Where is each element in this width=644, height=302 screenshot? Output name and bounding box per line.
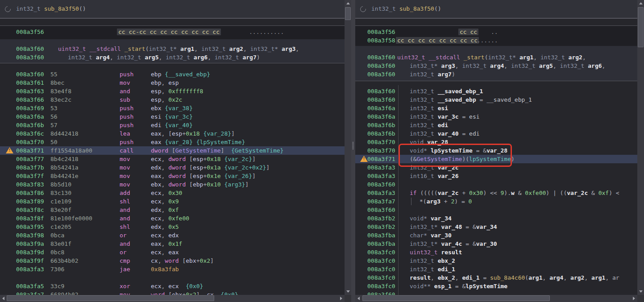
address: 008a3f7f bbox=[16, 172, 44, 180]
scrollbar-thumb[interactable] bbox=[345, 7, 351, 20]
left-vertical-scrollbar[interactable] bbox=[345, 0, 351, 295]
hex-row[interactable]: 008a3f56cc cc-cc cc cc cc cc cc cc cc...… bbox=[0, 28, 345, 36]
code-text: int32_t var_3c = esi bbox=[410, 112, 480, 121]
code-row[interactable]: 008a3f60 bbox=[355, 180, 637, 189]
operands: edi {var_40} bbox=[151, 121, 193, 129]
scroll-up-button[interactable] bbox=[637, 0, 644, 7]
disasm-row[interactable]: 008a3f71ff1554a18a00calldword [GetSystem… bbox=[0, 146, 345, 155]
signature-line[interactable]: 008a3f60int32_t* arg3, int32_t arg4, int… bbox=[355, 62, 637, 70]
scroll-right-button[interactable] bbox=[338, 295, 345, 302]
disasm-row[interactable]: 008a3fa533c9xorecx, ecx {0x0} bbox=[0, 282, 345, 290]
address: 008a3f8c bbox=[16, 206, 44, 214]
address: 008a3f60 bbox=[367, 206, 395, 214]
code-row[interactable]: 008a3f60 bbox=[355, 206, 637, 214]
scroll-up-button[interactable] bbox=[345, 0, 351, 7]
disasm-row[interactable]: 008a3f6a56pushesi {var_3c} bbox=[0, 112, 345, 121]
disasm-row[interactable]: 008a3f838b5d10movebx, dword [ebp+0x10 {a… bbox=[0, 180, 345, 189]
disasm-row[interactable]: 008a3f9a83e01fandeax, 0x1f bbox=[0, 240, 345, 248]
disasm-row[interactable]: 008a3f778b4c2418movecx, dword [esp+0x18 … bbox=[0, 155, 345, 163]
disasm-row[interactable]: 008a3f6953pushebx {var_38} bbox=[0, 104, 345, 112]
signature-line[interactable]: 008a3f60int32_t arg7) bbox=[355, 70, 637, 79]
right-vertical-scrollbar[interactable] bbox=[637, 0, 644, 295]
code-row[interactable]: 008a3fc0int32_t edi_1 bbox=[355, 265, 637, 273]
disasm-row[interactable]: 008a3fa37306jae0x8a3fab bbox=[0, 265, 345, 273]
scrollbar-thumb[interactable] bbox=[7, 295, 214, 301]
address: 008a3f69 bbox=[16, 104, 44, 112]
code-row[interactable]: 008a3fa3int16_t var_26 bbox=[355, 172, 637, 180]
disasm-row[interactable]: 008a3f8683c130addecx, 0x30 bbox=[0, 189, 345, 197]
disasm-row[interactable]: 008a3f980bcaorecx, edx bbox=[0, 231, 345, 240]
left-horizontal-scrollbar[interactable] bbox=[0, 295, 345, 302]
address: 008a3fa3 bbox=[367, 172, 395, 180]
refresh-icon[interactable] bbox=[4, 5, 12, 13]
code-row[interactable]: 008a3f6aint32_t esi bbox=[355, 104, 637, 112]
code-row[interactable]: 008a3fbachar* var_30 bbox=[355, 231, 637, 240]
code-row[interactable]: 008a3fbaint32_t* var_4c = &var_30 bbox=[355, 240, 637, 248]
disasm-row[interactable]: 008a3f6055pushebp {__saved_ebp} bbox=[0, 70, 345, 79]
code-row[interactable]: 008a3f70void* lpSystemTime = &var_28 bbox=[355, 146, 637, 155]
disasm-row[interactable]: 008a3f6c8d442418leaeax, [esp+0x18 {var_2… bbox=[0, 129, 345, 138]
disasm-row[interactable]: 008a3f7f8b44241emoveax, dword [esp+0x1e … bbox=[0, 172, 345, 180]
signature-line[interactable]: 008a3f60int32_t arg4, int32_t arg5, int3… bbox=[0, 53, 345, 62]
pane-splitter[interactable] bbox=[351, 0, 355, 302]
address: 008a3fa3 bbox=[367, 163, 395, 172]
code-row[interactable]: 008a3f6bint32_t edi bbox=[355, 121, 637, 129]
disasm-row[interactable]: 008a3f6383e4f8andesp, 0xfffffff8 bbox=[0, 87, 345, 95]
disasm-row[interactable]: 008a3f7050pusheax {var_28} {lpSystemTime… bbox=[0, 138, 345, 146]
scroll-left-button[interactable] bbox=[355, 295, 362, 302]
code-row[interactable]: 008a3fa3int32_t var_2c bbox=[355, 163, 637, 172]
address: 008a3f66 bbox=[16, 95, 44, 104]
ascii-preview: .. bbox=[491, 28, 498, 36]
refresh-icon[interactable] bbox=[359, 5, 367, 13]
code-row[interactable]: 008a3f70void var_28 bbox=[355, 138, 637, 146]
hex-row[interactable]: 008a3f56cc cc.. bbox=[355, 28, 637, 36]
code-text: *(arg3 + 2) = 0 bbox=[420, 197, 472, 206]
code-row[interactable]: 008a3fa7*(arg3 + 2) = 0 bbox=[355, 197, 637, 206]
address: 008a3f60 bbox=[16, 53, 44, 62]
hex-row[interactable]: 008a3f58cc cc cc cc cc cc cc cc........ bbox=[355, 36, 637, 45]
scrollbar-thumb[interactable] bbox=[362, 295, 550, 301]
scrollbar-thumb[interactable] bbox=[638, 7, 644, 47]
operands: ecx, 0x30 bbox=[151, 189, 182, 197]
code-row[interactable]: 008a3fc0result, ebx_2, edi_1 = sub_8a4c6… bbox=[355, 273, 637, 282]
disasm-row[interactable]: 008a3f618becmovebp, esp bbox=[0, 79, 345, 87]
code-row[interactable]: 008a3fc0int32_t ebx_2 bbox=[355, 256, 637, 265]
operands: ecx, 0x9 bbox=[151, 197, 179, 206]
right-horizontal-scrollbar[interactable] bbox=[355, 295, 637, 302]
code-row[interactable]: 008a3fb2int32_t* var_48 = &var_34 bbox=[355, 223, 637, 231]
disasm-row[interactable]: 008a3f95c1e205shledx, 0x5 bbox=[0, 223, 345, 231]
signature-text: int32_t arg7) bbox=[410, 70, 455, 79]
code-row[interactable]: 008a3f6bint32_t var_40 = edi bbox=[355, 129, 637, 138]
code-text: if (((((var_2c + 0x30) << 9).w & 0xfe00)… bbox=[410, 189, 619, 197]
scroll-down-button[interactable] bbox=[345, 288, 351, 295]
disasm-row[interactable]: 008a3f8f81e100fe0000andecx, 0xfe00 bbox=[0, 214, 345, 223]
disasm-row[interactable]: 008a3f89c1e109shlecx, 0x9 bbox=[0, 197, 345, 206]
signature-line[interactable]: 008a3f60uint32_t __stdcall _start(int32_… bbox=[355, 53, 637, 62]
address: 008a3f60 bbox=[367, 62, 395, 70]
signature-line[interactable]: 008a3f60uint32_t __stdcall _start(int32_… bbox=[0, 45, 345, 53]
code-row[interactable]: 008a3f60int32_t __saved_ebp_1 bbox=[355, 87, 637, 95]
scroll-right-button[interactable] bbox=[631, 295, 637, 302]
disasm-row[interactable]: 008a3f8c83e20fandedx, 0xf bbox=[0, 206, 345, 214]
code-row[interactable]: 008a3fa3if (((((var_2c + 0x30) << 9).w &… bbox=[355, 189, 637, 197]
address: 008a3f70 bbox=[367, 146, 395, 155]
decompiler-pane[interactable]: 008a3f56cc cc..008a3f58cc cc cc cc cc cc… bbox=[355, 0, 637, 302]
disasm-row[interactable]: 008a3f7b8b54241amovedx, dword [esp+0x1a … bbox=[0, 163, 345, 172]
code-row[interactable]: 008a3fb2void* var_34 bbox=[355, 214, 637, 223]
disasm-row[interactable]: 008a3f6683ec2csubesp, 0x2c bbox=[0, 95, 345, 104]
address: 008a3fba bbox=[367, 240, 395, 248]
address: 008a3f83 bbox=[16, 180, 44, 189]
code-row[interactable]: 008a3fc0void** esp_1 = &lpSystemTime bbox=[355, 282, 637, 290]
scroll-down-button[interactable] bbox=[637, 288, 644, 295]
disasm-row[interactable]: 008a3f9d0bc8orecx, eax bbox=[0, 248, 345, 256]
disassembly-pane[interactable]: 008a3f56cc cc-cc cc cc cc cc cc cc cc...… bbox=[0, 0, 345, 302]
address: 008a3f60 bbox=[367, 87, 395, 95]
code-row[interactable]: 008a3f71(&GetSystemTime)(lpSystemTime) bbox=[355, 155, 637, 163]
disasm-row[interactable]: 008a3f9f663b4b02cmpcx, word [ebx+0x2] bbox=[0, 256, 345, 265]
disasm-row[interactable]: 008a3f6b57pushedi {var_40} bbox=[0, 121, 345, 129]
code-row[interactable]: 008a3f60int32_t __saved_ebp = __saved_eb… bbox=[355, 95, 637, 104]
opcode-bytes: 33c9 bbox=[50, 282, 64, 290]
code-row[interactable]: 008a3fc0uint32_t result bbox=[355, 248, 637, 256]
scroll-left-button[interactable] bbox=[0, 295, 7, 302]
code-row[interactable]: 008a3f6aint32_t var_3c = esi bbox=[355, 112, 637, 121]
